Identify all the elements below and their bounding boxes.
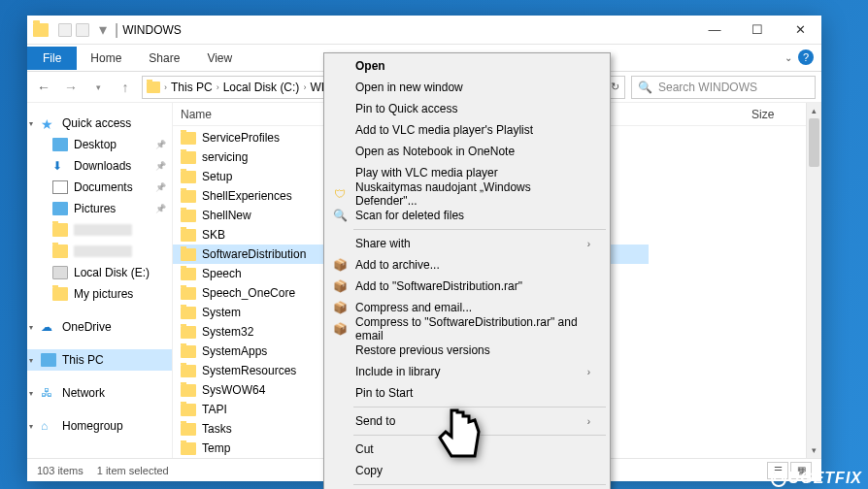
chevron-right-icon: › (587, 367, 590, 377)
folder-icon (181, 229, 196, 242)
nav-quick-access[interactable]: ★Quick access (27, 113, 172, 134)
status-count: 103 items (37, 465, 83, 476)
file-name: servicing (202, 150, 248, 164)
context-menu: Open Open in new window Pin to Quick acc… (323, 52, 611, 489)
qat-properties[interactable] (58, 23, 72, 37)
nav-obscured2[interactable] (27, 241, 172, 262)
close-button[interactable]: ✕ (779, 16, 821, 45)
search-icon: 🔍 (638, 81, 652, 94)
titlebar: ▾ | WINDOWS — ☐ ✕ (27, 16, 821, 45)
file-name: ServiceProfiles (202, 131, 280, 145)
nav-downloads[interactable]: ⬇Downloads (27, 155, 172, 177)
qat-new-folder[interactable] (76, 23, 89, 37)
navigation-pane: ★Quick access Desktop ⬇Downloads Documen… (27, 103, 173, 458)
scroll-down-icon[interactable]: ▾ (807, 442, 821, 458)
cm-cut[interactable]: Cut (326, 439, 608, 460)
forward-button[interactable]: → (60, 77, 82, 98)
file-name: SKB (202, 228, 225, 242)
chevron-right-icon[interactable]: › (217, 82, 219, 92)
window-title: WINDOWS (122, 23, 182, 37)
scrollbar[interactable]: ▴ ▾ (806, 103, 821, 458)
folder-icon (181, 171, 196, 183)
archive-icon: 📦 (332, 278, 348, 294)
cm-scan-deleted[interactable]: 🔍Scan for deleted files (326, 205, 608, 226)
cm-pin-quick[interactable]: Pin to Quick access (326, 98, 608, 119)
shield-icon: 🛡 (332, 186, 348, 202)
breadcrumb-localdisk[interactable]: Local Disk (C:) (221, 81, 302, 94)
column-name[interactable]: Name (173, 108, 338, 121)
help-icon[interactable]: ? (798, 49, 814, 65)
cm-open-new[interactable]: Open in new window (326, 77, 608, 98)
cm-include-library[interactable]: Include in library› (326, 361, 608, 382)
nav-network[interactable]: 🖧Network (27, 382, 172, 404)
cm-pin-start[interactable]: Pin to Start (326, 382, 608, 404)
tab-share[interactable]: Share (135, 47, 193, 70)
qat-caret[interactable]: ▾ (99, 20, 107, 39)
folder-icon (181, 423, 196, 436)
nav-my-pictures[interactable]: My pictures (27, 283, 172, 305)
folder-icon (181, 287, 196, 300)
tab-file[interactable]: File (27, 47, 77, 70)
cm-vlc-playlist[interactable]: Add to VLC media player's Playlist (326, 119, 608, 141)
scroll-up-icon[interactable]: ▴ (807, 103, 821, 118)
cm-compress-rar-email[interactable]: 📦Compress to "SoftwareDistribution.rar" … (326, 318, 608, 340)
nav-this-pc[interactable]: This PC (27, 349, 172, 371)
tab-view[interactable]: View (193, 47, 246, 70)
nav-obscured1[interactable] (27, 219, 172, 241)
nav-pictures[interactable]: Pictures (27, 198, 172, 219)
nav-documents[interactable]: Documents (27, 177, 172, 198)
cm-copy[interactable]: Copy (326, 460, 608, 481)
chevron-right-icon: › (587, 416, 590, 427)
folder-icon (181, 442, 196, 455)
file-name: SoftwareDistribution (202, 247, 306, 261)
folder-icon (181, 307, 196, 319)
file-name: Setup (202, 170, 232, 183)
breadcrumb-thispc[interactable]: This PC (169, 81, 215, 94)
minimize-button[interactable]: — (693, 16, 736, 45)
cm-add-archive[interactable]: 📦Add to archive... (326, 254, 608, 276)
search-icon: 🔍 (332, 208, 348, 223)
nav-homegroup[interactable]: ⌂Homegroup (27, 415, 172, 437)
cm-onenote[interactable]: Open as Notebook in OneNote (326, 141, 608, 162)
file-name: SysWOW64 (202, 383, 265, 397)
cm-open[interactable]: Open (326, 55, 608, 77)
folder-icon (181, 365, 196, 377)
archive-icon: 📦 (332, 257, 348, 273)
folder-icon (181, 404, 196, 416)
up-button[interactable]: ↑ (115, 77, 136, 98)
scroll-thumb[interactable] (809, 118, 819, 167)
cm-add-rar[interactable]: 📦Add to "SoftwareDistribution.rar" (326, 276, 608, 297)
cm-defender[interactable]: 🛡Nuskaitymas naudojant „Windows Defender… (326, 183, 608, 205)
search-input[interactable]: 🔍 Search WINDOWS (631, 76, 816, 99)
file-name: TAPI (202, 403, 227, 416)
nav-onedrive[interactable]: ☁OneDrive (27, 316, 172, 338)
archive-icon: 📦 (332, 300, 348, 315)
folder-icon (181, 210, 196, 222)
watermark: UGETFIX (771, 470, 862, 487)
cm-share-with[interactable]: Share with› (326, 233, 608, 254)
file-name: Speech (202, 267, 242, 280)
folder-icon (181, 326, 196, 339)
status-selection: 1 item selected (97, 465, 169, 476)
file-name: Temp (202, 441, 230, 455)
file-name: SystemApps (202, 344, 267, 358)
cm-restore[interactable]: Restore previous versions (326, 340, 608, 361)
file-name: Speech_OneCore (202, 286, 295, 300)
cm-send-to[interactable]: Send to› (326, 410, 608, 432)
back-button[interactable]: ← (33, 77, 54, 98)
nav-desktop[interactable]: Desktop (27, 134, 172, 155)
recent-dropdown[interactable]: ▾ (87, 77, 109, 98)
maximize-button[interactable]: ☐ (736, 16, 779, 45)
folder-icon (181, 345, 196, 358)
folder-icon (181, 190, 196, 203)
file-name: Tasks (202, 422, 232, 436)
nav-localdisk-e[interactable]: Local Disk (E:) (27, 262, 172, 283)
tab-home[interactable]: Home (77, 47, 135, 70)
ribbon-expand-icon[interactable]: ⌄ (785, 52, 792, 63)
file-name: ShellExperiences (202, 189, 292, 203)
folder-icon (181, 248, 196, 261)
chevron-right-icon[interactable]: › (164, 82, 167, 92)
folder-icon (147, 82, 160, 93)
search-placeholder: Search WINDOWS (658, 81, 757, 94)
chevron-right-icon[interactable]: › (303, 82, 306, 92)
